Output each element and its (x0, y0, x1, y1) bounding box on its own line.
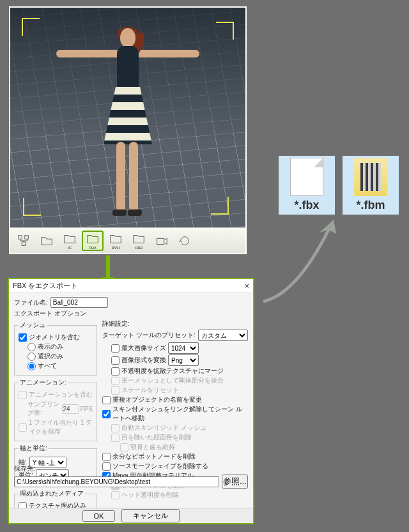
svg-rect-0 (19, 235, 22, 239)
fbx-ext-label: *.fbx (294, 199, 319, 212)
all-radio[interactable] (27, 362, 36, 370)
hierarchy-icon[interactable] (13, 231, 35, 251)
merge-opacity-checkbox[interactable] (111, 367, 120, 376)
rename-dup-checkbox[interactable] (102, 396, 111, 404)
save-location-label: 保存先: (14, 464, 248, 473)
file-icon (290, 158, 323, 196)
one-take-checkbox (19, 423, 27, 432)
ic-export-icon[interactable]: iC (59, 231, 81, 251)
fbx-file-icon: *.fbx (279, 156, 335, 215)
folder-icon[interactable] (36, 231, 58, 251)
auto-skin-checkbox (111, 424, 120, 432)
remove-face-checkbox (111, 434, 120, 442)
frame-marker (22, 18, 40, 36)
close-icon[interactable]: × (245, 282, 249, 291)
character-figure (51, 28, 204, 220)
skin-unlink-checkbox[interactable] (102, 410, 111, 418)
dialog-title: FBX をエクスポート (13, 281, 77, 291)
advanced-label: 詳細設定: (102, 319, 248, 328)
max-img-select[interactable]: 1024 (168, 342, 199, 354)
svg-rect-1 (25, 235, 29, 239)
single-mesh-checkbox (111, 377, 120, 385)
cancel-button[interactable]: キャンセル (121, 509, 180, 522)
fbm-folder-icon: *.fbm (343, 156, 399, 215)
reset-scale-checkbox (111, 386, 120, 395)
flow-arrow-down (106, 255, 110, 278)
save-path-input[interactable] (14, 476, 219, 487)
camera-icon[interactable] (151, 231, 173, 251)
mesh-group: メッシュ ジオメトリを含む 表示のみ 選択のみ すべて (14, 321, 97, 376)
preset-select[interactable]: カスタム (198, 330, 248, 341)
flow-arrow-curve (258, 211, 348, 307)
img-fmt-checkbox[interactable] (111, 356, 120, 365)
obj-export-icon[interactable]: OBJ (128, 231, 150, 251)
filename-label: ファイル名: (14, 298, 48, 307)
delete-head-checkbox (111, 491, 120, 499)
svg-rect-2 (22, 241, 26, 245)
fbm-ext-label: *.fbm (357, 199, 385, 212)
frame-marker (211, 197, 229, 215)
export-options-label: エクスポート オプション (14, 309, 248, 318)
include-anim-checkbox (19, 391, 27, 399)
fbx-export-dialog: FBX をエクスポート × ファイル名: エクスポート オプション メッシュ ジ… (8, 278, 254, 524)
img-fmt-select[interactable]: Png (168, 354, 199, 366)
max-img-checkbox[interactable] (111, 344, 120, 353)
sample-rate-input (62, 404, 79, 414)
frame-marker (23, 198, 41, 216)
keep-jaw-checkbox (120, 443, 128, 452)
ok-button[interactable]: OK (82, 510, 116, 522)
visible-only-radio[interactable] (27, 343, 36, 351)
svg-rect-3 (157, 238, 164, 244)
frame-marker (216, 22, 234, 40)
browse-button[interactable]: 参照... (222, 475, 248, 489)
reload-icon[interactable] (174, 231, 196, 251)
selected-only-radio[interactable] (27, 353, 36, 361)
folder-icon (354, 158, 387, 196)
filename-input[interactable] (50, 297, 108, 308)
viewport-3d[interactable]: iC FBX BVH OBJ (9, 6, 247, 254)
include-geometry-checkbox[interactable] (19, 333, 27, 342)
remove-pivot-checkbox[interactable] (102, 453, 111, 461)
fbx-export-icon[interactable]: FBX (82, 231, 104, 251)
bvh-export-icon[interactable]: BVH (105, 231, 127, 251)
export-toolbar: iC FBX BVH OBJ (10, 227, 245, 253)
animation-group: アニメーション: アニメーションを含む サンプリング率: FPS 1 ファイル当… (14, 378, 97, 441)
